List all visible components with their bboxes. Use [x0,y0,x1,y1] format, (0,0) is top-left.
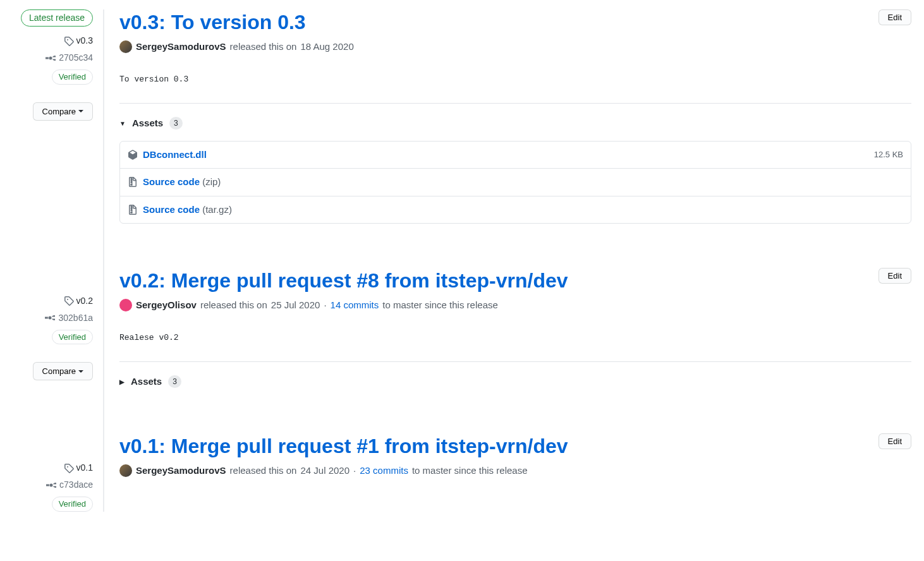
release-byline: SergeySamodurovS released this on 24 Jul… [119,464,911,478]
tag-line[interactable]: v0.1 [64,461,93,474]
asset-basename: Source code [143,176,200,187]
tag-icon [64,36,74,46]
commit-sha[interactable]: c73dace [59,478,93,492]
edit-button[interactable]: Edit [878,9,911,25]
tag-name: v0.1 [76,461,93,474]
tag-line[interactable]: v0.3 [64,34,93,47]
commit-line[interactable]: 302b61a [45,311,93,325]
edit-button[interactable]: Edit [878,268,911,284]
verified-badge[interactable]: Verified [52,69,93,85]
commit-line[interactable]: 2705c34 [46,51,93,64]
commit-sha[interactable]: 302b61a [58,311,93,325]
zip-icon [128,205,138,215]
compare-label: Compare [42,107,76,116]
asset-size: 12.5 KB [874,148,903,161]
zip-icon [128,177,138,187]
assets-list: DBconnect.dll 12.5 KB Source code (zip) [119,141,911,224]
asset-ext: (zip) [202,176,221,187]
release-date: 18 Aug 2020 [300,40,353,54]
asset-row: Source code (zip) [120,169,911,196]
avatar[interactable] [119,464,132,477]
asset-name[interactable]: Source code (zip) [143,175,221,190]
release-block: v0.3: To version 0.3 Edit SergeySamoduro… [119,9,911,224]
asset-row: Source code (tar.gz) [120,196,911,224]
verified-badge[interactable]: Verified [52,497,93,512]
caret-down-icon: ▼ [119,119,126,128]
since-text: to master since this release [412,464,528,478]
assets-label: Assets [131,375,162,389]
asset-row: DBconnect.dll 12.5 KB [120,142,911,169]
tag-line[interactable]: v0.2 [64,294,93,308]
commits-link[interactable]: 14 commits [331,298,379,313]
sidebar-release-0: Latest release v0.3 2705c34 Verified Com… [13,9,93,121]
asset-ext: (tar.gz) [202,204,232,215]
sidebar-release-2: v0.1 c73dace Verified [13,461,93,512]
sidebar-release-1: v0.2 302b61a Verified Compare [13,294,93,381]
chevron-down-icon [78,110,83,112]
asset-basename: Source code [143,204,200,215]
release-title[interactable]: v0.2: Merge pull request #8 from itstep-… [119,268,568,293]
released-prefix: released this on [230,464,297,478]
commit-line[interactable]: c73dace [46,478,93,492]
release-title[interactable]: v0.3: To version 0.3 [119,9,306,35]
assets-count: 3 [168,375,181,388]
release-description: To version 0.3 [119,73,911,86]
assets-label: Assets [132,116,163,131]
assets-toggle[interactable]: ▼ Assets 3 [119,116,911,131]
asset-name[interactable]: DBconnect.dll [143,148,207,162]
release-title[interactable]: v0.1: Merge pull request #1 from itstep-… [119,433,568,459]
tag-icon [64,296,74,306]
commit-icon [46,480,56,490]
avatar[interactable] [119,40,132,53]
author-link[interactable]: SergeySamodurovS [136,40,226,54]
compare-button[interactable]: Compare [33,362,93,380]
author-link[interactable]: SergeyOlisov [136,298,197,313]
assets-count: 3 [169,117,183,130]
author-link[interactable]: SergeySamodurovS [136,464,226,478]
divider [119,103,911,104]
compare-label: Compare [42,366,76,376]
commit-sha[interactable]: 2705c34 [59,51,93,64]
dot-sep: · [353,464,356,478]
tag-icon [64,463,74,473]
tag-name: v0.3 [76,34,93,47]
caret-right-icon: ▶ [119,377,125,387]
release-byline: SergeySamodurovS released this on 18 Aug… [119,40,911,54]
edit-button[interactable]: Edit [878,433,911,449]
avatar[interactable] [119,299,132,311]
commit-icon [45,313,55,323]
release-byline: SergeyOlisov released this on 25 Jul 202… [119,298,911,313]
commit-icon [46,53,56,63]
package-icon [128,150,138,160]
released-prefix: released this on [230,40,297,54]
compare-button[interactable]: Compare [33,102,93,121]
release-date: 25 Jul 2020 [271,298,320,313]
divider [119,361,911,362]
release-date: 24 Jul 2020 [300,464,350,478]
chevron-down-icon [78,370,83,373]
asset-name[interactable]: Source code (tar.gz) [143,203,232,217]
commits-link[interactable]: 23 commits [360,464,408,478]
release-block: v0.1: Merge pull request #1 from itstep-… [119,433,911,478]
dot-sep: · [324,298,326,313]
tag-name: v0.2 [76,294,93,308]
release-block: v0.2: Merge pull request #8 from itstep-… [119,268,911,389]
release-description: Realese v0.2 [119,332,911,344]
latest-release-badge: Latest release [21,9,93,27]
assets-toggle[interactable]: ▶ Assets 3 [119,375,911,389]
released-prefix: released this on [200,298,267,313]
since-text: to master since this release [382,298,498,313]
verified-badge[interactable]: Verified [52,330,93,345]
